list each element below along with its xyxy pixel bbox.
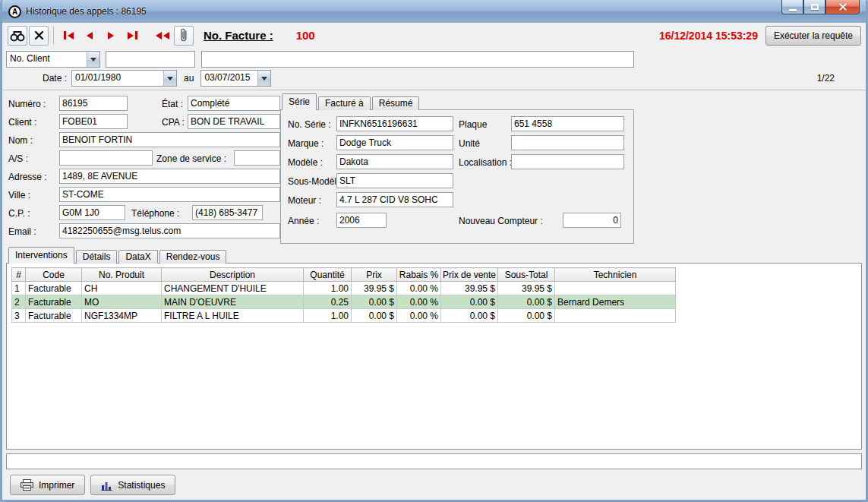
adresse-field[interactable] — [59, 169, 280, 184]
cell-technicien[interactable]: Bernard Demers — [555, 295, 676, 309]
email-field[interactable] — [59, 223, 280, 238]
zone-field[interactable] — [234, 150, 280, 166]
nav-last-button[interactable] — [122, 26, 142, 46]
date-from-dropdown-button[interactable] — [163, 71, 176, 86]
moteur-field[interactable] — [336, 192, 453, 207]
statistics-button[interactable]: Statistiques — [90, 475, 175, 495]
search-type-combo[interactable]: No. Client — [6, 51, 100, 68]
telephone-field[interactable] — [192, 205, 263, 220]
tab-interventions[interactable]: Interventions — [8, 247, 74, 264]
cell-no-produit[interactable]: NGF1334MP — [82, 309, 162, 323]
cell-quantite[interactable]: 0.25 — [304, 295, 352, 309]
search-text-input[interactable] — [201, 51, 634, 68]
col-header-code[interactable]: Code — [26, 268, 82, 282]
col-header-description[interactable]: Description — [162, 268, 304, 282]
unite-field[interactable] — [511, 135, 624, 150]
cell-sous-total[interactable]: 0.00 $ — [498, 309, 555, 323]
cp-field[interactable] — [59, 205, 125, 220]
cell-num[interactable]: 3 — [12, 309, 26, 323]
col-header-prix-vente[interactable]: Prix de vente — [441, 268, 498, 282]
plaque-field[interactable] — [511, 116, 624, 131]
search-type-dropdown-button[interactable] — [87, 52, 99, 67]
tab-details[interactable]: Détails — [76, 250, 118, 264]
nav-next-button[interactable] — [101, 26, 121, 46]
no-serie-field[interactable] — [336, 116, 453, 131]
close-button[interactable] — [825, 0, 860, 14]
tab-facture-a[interactable]: Facturé à — [318, 96, 371, 110]
cell-num[interactable]: 2 — [12, 295, 26, 309]
nav-previous-button[interactable] — [80, 26, 99, 46]
annee-field[interactable] — [336, 213, 387, 228]
nav-first-button[interactable] — [58, 26, 78, 46]
as-field[interactable] — [59, 150, 153, 166]
attachment-button[interactable] — [174, 26, 194, 46]
col-header-quantite[interactable]: Quantité — [304, 268, 352, 282]
find-button[interactable] — [8, 26, 27, 46]
cell-rabais[interactable]: 0.00 % — [397, 295, 441, 309]
cell-technicien[interactable] — [555, 282, 676, 295]
note-input[interactable] — [6, 453, 862, 469]
cell-no-produit[interactable]: CH — [82, 282, 162, 295]
cell-technicien[interactable] — [555, 309, 676, 323]
cell-prix-vente[interactable]: 39.95 $ — [441, 282, 498, 295]
cell-prix[interactable]: 0.00 $ — [352, 295, 397, 309]
modele-field[interactable] — [336, 154, 453, 169]
cell-sous-total[interactable]: 0.00 $ — [498, 295, 555, 309]
cell-rabais[interactable]: 0.00 % — [397, 309, 441, 323]
marque-field[interactable] — [336, 135, 453, 150]
no-serie-label: No. Série : — [288, 117, 331, 132]
facture-label[interactable]: No. Facture : — [204, 29, 273, 42]
col-header-rabais[interactable]: Rabais % — [397, 268, 441, 282]
tab-serie[interactable]: Série — [282, 93, 317, 110]
date-from-combo[interactable]: 01/01/1980 — [71, 70, 177, 87]
cell-code[interactable]: Facturable — [26, 309, 82, 323]
cell-prix[interactable]: 39.95 $ — [352, 282, 397, 295]
compteur-field[interactable] — [563, 213, 621, 228]
table-row[interactable]: 1 Facturable CH CHANGEMENT D'HUILE 1.00 … — [12, 282, 676, 295]
vehicle-fields-box: No. Série : Plaque Marque : Unité Modèle… — [280, 109, 634, 244]
date-to-combo[interactable]: 03/07/2015 — [200, 70, 271, 87]
nav-rewind-button[interactable] — [153, 26, 172, 46]
col-header-no-produit[interactable]: No. Produit — [82, 268, 162, 282]
col-header-sous-total[interactable]: Sous-Total — [498, 268, 555, 282]
titlebar[interactable]: A Historique des appels : 86195 — [2, 0, 866, 23]
cell-code[interactable]: Facturable — [26, 282, 82, 295]
etat-field[interactable] — [188, 96, 280, 111]
cell-no-produit[interactable]: MO — [82, 295, 162, 309]
tab-datax[interactable]: DataX — [118, 250, 157, 264]
nom-field[interactable] — [59, 132, 280, 147]
cell-quantite[interactable]: 1.00 — [304, 282, 352, 295]
search-value-input[interactable] — [106, 51, 195, 68]
cpa-field[interactable] — [188, 114, 280, 129]
cell-sous-total[interactable]: 39.95 $ — [498, 282, 555, 295]
ville-field[interactable] — [59, 187, 280, 202]
numero-field[interactable] — [59, 96, 128, 111]
cell-description[interactable]: CHANGEMENT D'HUILE — [162, 282, 304, 295]
tab-resume[interactable]: Résumé — [372, 96, 420, 110]
table-row-selected[interactable]: 2 Facturable MO MAIN D'OEUVRE 0.25 0.00 … — [12, 295, 676, 309]
cell-description[interactable]: FILTRE A L HUILE — [162, 309, 304, 323]
localisation-field[interactable] — [511, 154, 624, 169]
minimize-button[interactable] — [781, 0, 803, 14]
delete-button[interactable] — [29, 26, 49, 46]
cell-description[interactable]: MAIN D'OEUVRE — [162, 295, 304, 309]
tab-rendez-vous[interactable]: Rendez-vous — [159, 250, 227, 264]
sous-modele-field[interactable] — [336, 173, 453, 188]
client-code-field[interactable] — [59, 114, 128, 129]
col-header-num[interactable]: # — [12, 268, 26, 282]
date-to-dropdown-button[interactable] — [257, 71, 270, 86]
execute-query-button[interactable]: Exécuter la requête — [765, 26, 861, 46]
cell-rabais[interactable]: 0.00 % — [397, 282, 441, 295]
col-header-prix[interactable]: Prix — [352, 268, 397, 282]
col-header-technicien[interactable]: Technicien — [555, 268, 676, 282]
print-button[interactable]: Imprimer — [10, 475, 85, 495]
table-row[interactable]: 3 Facturable NGF1334MP FILTRE A L HUILE … — [12, 309, 676, 323]
cell-num[interactable]: 1 — [12, 282, 26, 295]
cell-quantite[interactable]: 1.00 — [304, 309, 352, 323]
maximize-button[interactable] — [803, 0, 825, 14]
cell-prix-vente[interactable]: 0.00 $ — [441, 309, 498, 323]
cell-prix-vente[interactable]: 0.00 $ — [441, 295, 498, 309]
cell-prix[interactable]: 0.00 $ — [352, 309, 397, 323]
cell-code[interactable]: Facturable — [26, 295, 82, 309]
marque-label: Marque : — [288, 136, 324, 151]
